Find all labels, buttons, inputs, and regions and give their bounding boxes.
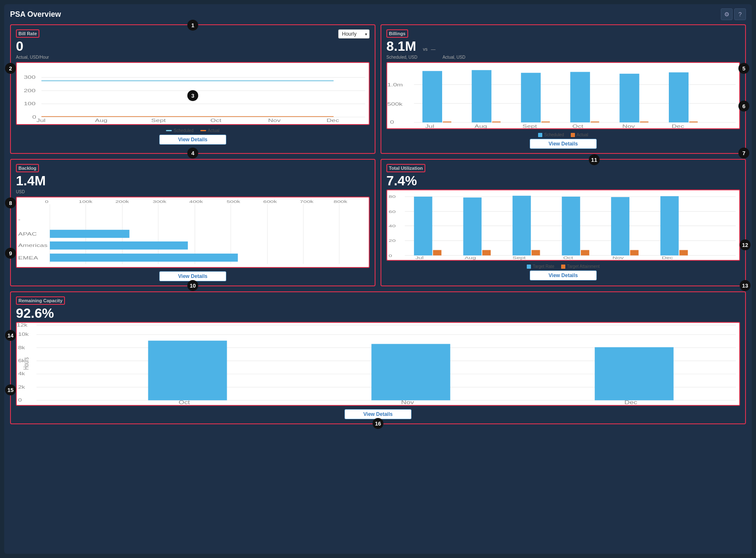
- svg-text:500k: 500k: [227, 199, 241, 204]
- hourly-dropdown[interactable]: Hourly Daily Weekly Monthly: [338, 29, 370, 39]
- badge-8: 8: [5, 197, 16, 208]
- billings-view-details[interactable]: View Details: [530, 139, 597, 149]
- svg-rect-62: [50, 254, 238, 262]
- badge-4: 4: [187, 148, 198, 158]
- utilization-view-details[interactable]: View Details: [530, 270, 597, 280]
- svg-rect-74: [433, 250, 441, 255]
- billings-vs-sub: Actual, USD: [443, 55, 465, 60]
- bill-rate-card: 2 Bill Rate 1 Hourly Daily Weekly Monthl…: [10, 24, 375, 154]
- svg-text:Jul: Jul: [425, 124, 434, 128]
- scheduled-line-icon: [166, 130, 172, 131]
- svg-text:800k: 800k: [334, 199, 348, 204]
- badge-9: 9: [5, 248, 16, 259]
- svg-text:300: 300: [24, 75, 36, 80]
- svg-rect-22: [472, 70, 492, 122]
- svg-text:Dec: Dec: [326, 118, 339, 123]
- target-attainment-label: Target Attainment: [567, 264, 600, 269]
- badge-11: 11: [589, 154, 600, 165]
- svg-rect-20: [422, 71, 442, 122]
- billings-vs-value: —: [431, 47, 435, 52]
- svg-text:400k: 400k: [189, 199, 204, 204]
- help-button[interactable]: ?: [734, 8, 746, 20]
- svg-rect-29: [640, 122, 648, 122]
- remaining-capacity-label: Remaining Capacity: [16, 296, 65, 305]
- badge-15: 15: [5, 384, 16, 395]
- billings-card: Billings 5 8.1M vs — Scheduled, USD Actu…: [381, 24, 746, 154]
- svg-rect-21: [443, 122, 451, 122]
- bill-rate-view-details[interactable]: View Details: [159, 135, 226, 145]
- target-attainment-icon: [561, 265, 565, 269]
- svg-text:Jul: Jul: [415, 255, 423, 260]
- svg-text:Dec: Dec: [672, 124, 684, 128]
- remaining-capacity-chart: 0 2k 4k 6k 8k 10k 12k Hours: [16, 322, 740, 406]
- svg-rect-25: [541, 122, 550, 122]
- svg-text:Sept: Sept: [523, 124, 537, 128]
- svg-text:Oct: Oct: [179, 399, 190, 405]
- svg-rect-27: [591, 122, 599, 122]
- badge-1: 1: [187, 20, 198, 31]
- billings-actual-label: Actual: [577, 132, 588, 137]
- utilization-legend: Target Rate Target Attainment: [386, 264, 740, 269]
- svg-text:1.0m: 1.0m: [387, 82, 403, 87]
- svg-rect-80: [581, 250, 589, 255]
- badge-10: 10: [187, 280, 198, 291]
- svg-rect-106: [148, 341, 227, 400]
- badge-3: 3: [187, 90, 198, 101]
- svg-text:100k: 100k: [79, 199, 93, 204]
- svg-text:0: 0: [388, 253, 392, 258]
- svg-rect-78: [531, 250, 540, 255]
- badge-2: 2: [5, 63, 16, 74]
- svg-rect-31: [689, 122, 698, 122]
- target-rate-label: Target Rate: [533, 264, 554, 269]
- dashboard-grid: 2 Bill Rate 1 Hourly Daily Weekly Monthl…: [10, 24, 746, 424]
- svg-rect-60: [50, 230, 129, 238]
- svg-text:8k: 8k: [18, 345, 25, 350]
- remaining-capacity-value: 92.6%: [16, 306, 740, 321]
- title-bar: PSA Overview ⚙ ?: [10, 8, 746, 20]
- svg-text:Nov: Nov: [401, 399, 414, 405]
- billings-legend: Scheduled Actual: [386, 132, 740, 137]
- svg-text:0: 0: [45, 199, 48, 204]
- svg-text:20: 20: [388, 239, 396, 243]
- settings-button[interactable]: ⚙: [721, 8, 733, 20]
- svg-text:Hours: Hours: [23, 357, 30, 370]
- total-utilization-chart: 0 20 40 60 80: [386, 189, 740, 261]
- svg-text:Jul: Jul: [36, 118, 45, 123]
- backlog-svg: 0 100k 200k 300k 400k 500k 600k 700k 800…: [17, 197, 369, 267]
- svg-text:0: 0: [32, 114, 36, 119]
- svg-text:600k: 600k: [263, 199, 277, 204]
- billings-legend-actual: Actual: [571, 132, 588, 137]
- total-utilization-value: 7.4%: [386, 173, 740, 189]
- svg-rect-110: [595, 347, 673, 400]
- legend-actual: Actual: [200, 128, 220, 133]
- legend-scheduled-label: Scheduled: [173, 128, 193, 133]
- bill-rate-sub: Actual, USD/Hour: [16, 55, 370, 60]
- svg-rect-83: [660, 196, 679, 255]
- svg-rect-30: [669, 73, 689, 122]
- badge-6: 6: [738, 101, 749, 112]
- svg-text:200: 200: [24, 88, 36, 93]
- billings-legend-scheduled: Scheduled: [538, 132, 564, 137]
- badge-16: 16: [373, 418, 383, 429]
- remaining-capacity-card: 14 Remaining Capacity 92.6% 15 0 2k 4k 6…: [10, 291, 746, 424]
- badge-13: 13: [740, 280, 751, 291]
- svg-text:80: 80: [388, 195, 396, 199]
- billings-svg: 0 500k 1.0m: [387, 63, 739, 128]
- hourly-dropdown-wrapper[interactable]: Hourly Daily Weekly Monthly ▾: [338, 29, 370, 39]
- billings-sub: Scheduled, USD: [386, 55, 417, 60]
- svg-text:12k: 12k: [17, 323, 27, 327]
- actual-line-icon: [200, 130, 206, 131]
- svg-text:Sept: Sept: [151, 118, 166, 123]
- app-window: PSA Overview ⚙ ? 2 Bill Rate 1 Hourly Da…: [4, 4, 752, 554]
- total-utilization-label: Total Utilization: [386, 164, 425, 172]
- svg-text:60: 60: [388, 209, 396, 214]
- svg-text:EMEA: EMEA: [18, 255, 38, 260]
- svg-text:Dec: Dec: [624, 399, 637, 405]
- utilization-svg: 0 20 40 60 80: [387, 190, 739, 260]
- badge-12: 12: [740, 239, 751, 250]
- backlog-value: 1.4M: [16, 173, 370, 189]
- svg-text:2k: 2k: [18, 384, 25, 389]
- bill-rate-value: 0: [16, 39, 370, 54]
- badge-5: 5: [738, 63, 749, 74]
- backlog-chart: 0 100k 200k 300k 400k 500k 600k 700k 800…: [16, 197, 370, 268]
